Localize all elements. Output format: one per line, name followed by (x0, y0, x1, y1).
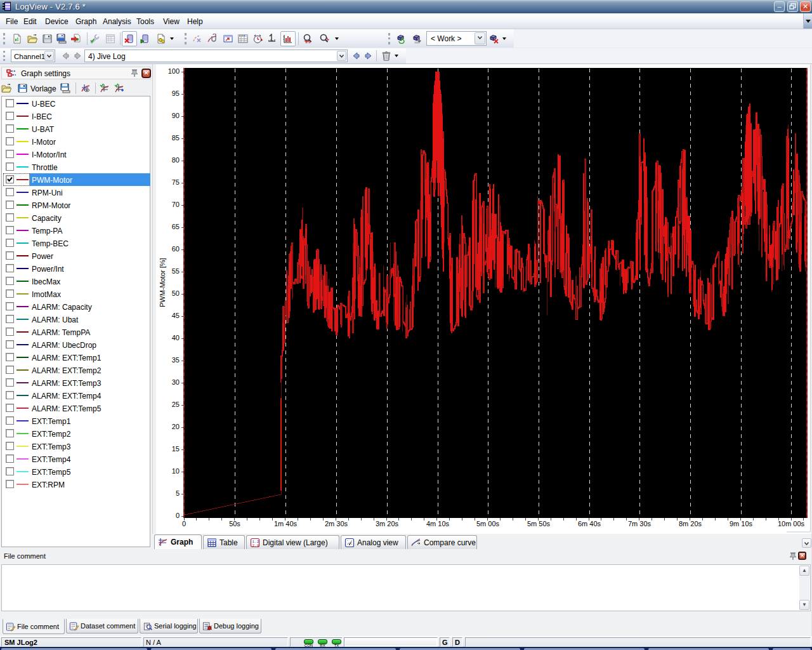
svg-text:1:1: 1:1 (305, 40, 311, 44)
svg-text:2.8: 2.8 (252, 543, 259, 548)
